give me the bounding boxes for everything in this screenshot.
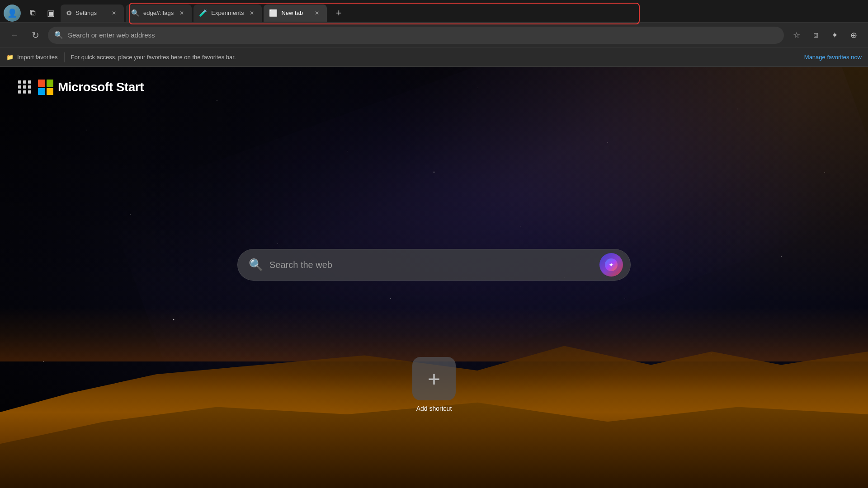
main-content: Microsoft Start 🔍 xyxy=(0,67,868,488)
tab-newtab-title: New tab xyxy=(281,9,309,16)
svg-text:✦: ✦ xyxy=(609,261,614,268)
experiments-tab-icon: 🧪 xyxy=(199,9,208,17)
ms-start-header: Microsoft Start xyxy=(18,80,144,95)
back-icon: ← xyxy=(10,30,19,40)
refresh-icon: ↻ xyxy=(32,30,39,41)
tab-bar: 👤 ⧉ ▣ ⚙ Settings ✕ 🔍 edge//:flags ✕ 🧪 Ex… xyxy=(0,0,868,23)
ms-start-text: Microsoft Start xyxy=(58,80,144,94)
browser-window: 👤 ⧉ ▣ ⚙ Settings ✕ 🔍 edge//:flags ✕ 🧪 Ex… xyxy=(0,0,868,488)
dot xyxy=(28,85,31,89)
ms-square-blue xyxy=(38,88,45,95)
tab-newtab[interactable]: ⬜ New tab ✕ xyxy=(264,5,327,22)
dot xyxy=(18,85,21,89)
close-newtab-tab-button[interactable]: ✕ xyxy=(312,9,321,18)
collections-button[interactable]: ✦ xyxy=(826,27,843,43)
add-tab-button[interactable]: + xyxy=(330,5,347,21)
toolbar: ← ↻ 🔍 Search or enter web address ☆ ⧈ ✦ … xyxy=(0,23,868,48)
ms-logo-squares xyxy=(38,80,53,95)
ms-grid-icon[interactable] xyxy=(18,80,32,94)
toolbar-actions: ☆ ⧈ ✦ ⊕ xyxy=(788,27,862,43)
tab-settings[interactable]: ⚙ Settings ✕ xyxy=(61,5,124,22)
tab-experiments-title: Experiments xyxy=(211,9,244,16)
dot xyxy=(18,90,21,94)
import-favorites-label: Import favorites xyxy=(17,54,58,61)
dot xyxy=(23,90,26,94)
horizon-glow xyxy=(0,307,868,361)
import-folder-icon: 📁 xyxy=(6,54,14,61)
favorites-divider xyxy=(64,52,65,62)
refresh-button[interactable]: ↻ xyxy=(27,27,43,43)
dot xyxy=(28,80,31,84)
add-shortcut-icon-bg: + xyxy=(412,357,456,400)
ms-logo[interactable]: Microsoft Start xyxy=(38,80,144,95)
split-view-button[interactable]: ⧈ xyxy=(807,27,824,43)
newtab-tab-icon: ⬜ xyxy=(269,9,278,17)
ms-square-yellow xyxy=(47,88,54,95)
star-icon: ☆ xyxy=(793,30,800,40)
dot xyxy=(28,90,31,94)
back-button[interactable]: ← xyxy=(6,27,23,43)
add-shortcut-plus-icon: + xyxy=(428,366,440,391)
import-favorites-button[interactable]: 📁 Import favorites xyxy=(6,54,58,61)
main-search-container: 🔍 ✦ xyxy=(237,249,631,281)
add-tab-toolbar-button[interactable]: ⊕ xyxy=(845,27,862,43)
main-search-input[interactable] xyxy=(269,260,593,270)
profile-button[interactable]: 👤 xyxy=(4,5,21,22)
close-flags-tab-button[interactable]: ✕ xyxy=(177,9,186,18)
avatar: 👤 xyxy=(4,5,21,22)
flags-tab-icon: 🔍 xyxy=(131,9,140,17)
add-shortcut-tile[interactable]: + Add shortcut xyxy=(409,357,459,412)
favorites-bar: 📁 Import favorites For quick access, pla… xyxy=(0,48,868,67)
dot xyxy=(23,80,26,84)
tab-list-button[interactable]: ⧉ xyxy=(24,5,41,21)
address-search-icon: 🔍 xyxy=(54,31,63,39)
close-settings-tab-button[interactable]: ✕ xyxy=(109,9,118,18)
tab-flags-title: edge//:flags xyxy=(143,9,174,16)
favorites-hint-text: For quick access, place your favorites h… xyxy=(71,54,798,61)
add-tab-toolbar-icon: ⊕ xyxy=(850,30,857,40)
copilot-button[interactable]: ✦ xyxy=(599,253,623,277)
dot xyxy=(23,85,26,89)
shortcuts-area: + Add shortcut xyxy=(409,357,459,412)
main-search-icon: 🔍 xyxy=(249,258,263,272)
close-experiments-tab-button[interactable]: ✕ xyxy=(247,9,256,18)
dot xyxy=(18,80,21,84)
ms-square-red xyxy=(38,80,45,87)
collections-icon: ✦ xyxy=(831,30,838,40)
favorite-star-button[interactable]: ☆ xyxy=(788,27,805,43)
address-bar-placeholder: Search or enter web address xyxy=(68,31,778,39)
copilot-icon: ✦ xyxy=(604,258,618,272)
tab-flags[interactable]: 🔍 edge//:flags ✕ xyxy=(126,5,192,22)
address-bar[interactable]: 🔍 Search or enter web address xyxy=(48,27,784,44)
add-shortcut-label: Add shortcut xyxy=(416,405,452,412)
ms-square-green xyxy=(47,80,54,87)
tab-settings-title: Settings xyxy=(75,9,106,16)
manage-favorites-link[interactable]: Manage favorites now xyxy=(804,54,862,61)
main-search-box[interactable]: 🔍 ✦ xyxy=(237,249,631,281)
sidebar-toggle-button[interactable]: ▣ xyxy=(42,5,59,21)
split-view-icon: ⧈ xyxy=(813,30,818,40)
tab-experiments[interactable]: 🧪 Experiments ✕ xyxy=(193,5,262,22)
settings-tab-icon: ⚙ xyxy=(66,9,72,17)
